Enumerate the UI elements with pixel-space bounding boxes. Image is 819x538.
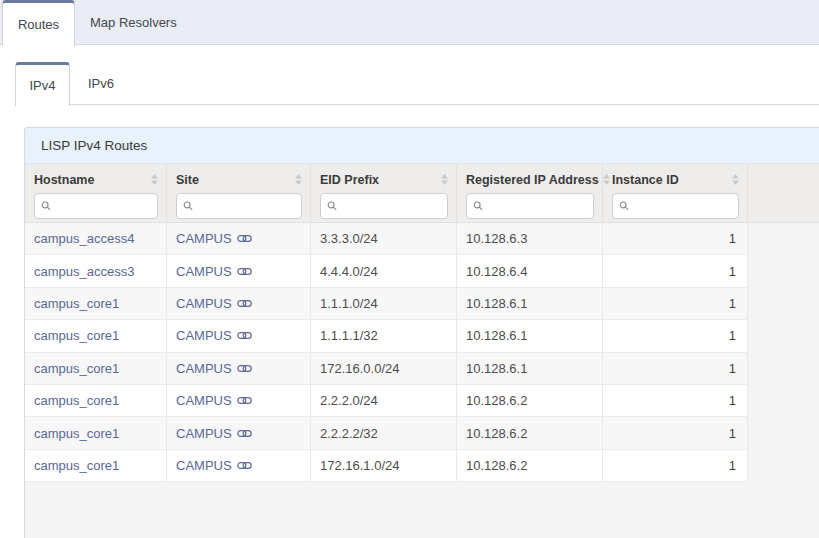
hostname-filter [34,193,158,219]
site-filter [176,193,302,219]
tab-ipv6-label: IPv6 [88,76,114,91]
link-icon [237,461,252,470]
link-icon [237,331,252,340]
instance-id-cell: 1 [603,385,748,416]
eid-prefix-cell: 2.2.2.0/24 [311,385,457,416]
registered-ip-cell: 10.128.6.1 [457,288,603,319]
eid-prefix-cell: 3.3.3.0/24 [311,223,457,254]
registered-ip-filter [466,193,594,219]
eid-prefix-cell: 4.4.4.0/24 [311,255,457,286]
table-row: campus_core1 CAMPUS 1.1.1.1/32 10.128.6.… [25,320,748,352]
routes-table-body: campus_access4 CAMPUS 3.3.3.0/24 10.128.… [25,223,748,482]
instance-id-filter-input[interactable] [634,199,732,213]
column-label-site[interactable]: Site [176,173,199,187]
sort-icon[interactable] [295,174,302,185]
eid-prefix-cell: 172.16.0.0/24 [311,353,457,384]
column-label-eid-prefix[interactable]: EID Prefix [320,173,379,187]
tab-map-resolvers[interactable]: Map Resolvers [90,0,177,45]
link-icon [237,364,252,373]
instance-id-cell: 1 [603,450,748,481]
search-icon [619,200,629,212]
table-header-spacer [748,164,819,222]
panel-header: LISP IPv4 Routes [25,128,819,164]
eid-prefix-cell: 172.16.1.0/24 [311,450,457,481]
column-header-site: Site [167,164,311,222]
lisp-ipv4-routes-panel: LISP IPv4 Routes Hostname Site [24,127,819,538]
hostname-link[interactable]: campus_core1 [34,458,119,473]
instance-id-cell: 1 [603,417,748,448]
search-icon [327,200,337,212]
table-row: campus_core1 CAMPUS 2.2.2.2/32 10.128.6.… [25,417,748,449]
registered-ip-cell: 10.128.6.3 [457,223,603,254]
eid-prefix-cell: 2.2.2.2/32 [311,417,457,448]
tab-routes-label: Routes [18,17,59,32]
site-link[interactable]: CAMPUS [176,458,252,473]
table-row: campus_access3 CAMPUS 4.4.4.0/24 10.128.… [25,255,748,287]
link-icon [237,234,252,243]
site-link[interactable]: CAMPUS [176,328,252,343]
sort-icon[interactable] [151,174,158,185]
site-link[interactable]: CAMPUS [176,361,252,376]
registered-ip-cell: 10.128.6.2 [457,417,603,448]
registered-ip-cell: 10.128.6.1 [457,353,603,384]
secondary-tab-bar: IPv4 IPv6 [15,62,819,105]
registered-ip-cell: 10.128.6.1 [457,320,603,351]
instance-id-cell: 1 [603,353,748,384]
hostname-link[interactable]: campus_core1 [34,426,119,441]
hostname-link[interactable]: campus_core1 [34,296,119,311]
registered-ip-filter-input[interactable] [488,199,587,213]
instance-id-filter [612,193,739,219]
search-icon [41,200,51,212]
instance-id-cell: 1 [603,255,748,286]
eid-prefix-cell: 1.1.1.0/24 [311,288,457,319]
hostname-link[interactable]: campus_core1 [34,328,119,343]
site-link[interactable]: CAMPUS [176,264,252,279]
registered-ip-cell: 10.128.6.2 [457,450,603,481]
tab-ipv6[interactable]: IPv6 [88,62,114,105]
tab-ipv4[interactable]: IPv4 [15,62,70,106]
column-header-eid-prefix: EID Prefix [311,164,457,222]
column-label-registered-ip[interactable]: Registered IP Address [466,173,599,187]
column-header-registered-ip: Registered IP Address [457,164,603,222]
column-header-instance-id: Instance ID [603,164,748,222]
hostname-filter-input[interactable] [56,199,151,213]
link-icon [237,299,252,308]
site-link[interactable]: CAMPUS [176,393,252,408]
site-filter-input[interactable] [198,199,295,213]
tab-map-resolvers-label: Map Resolvers [90,15,177,30]
table-header-row: Hostname Site EID Prefix [25,164,819,223]
site-link[interactable]: CAMPUS [176,231,252,246]
eid-prefix-filter [320,193,448,219]
eid-prefix-cell: 1.1.1.1/32 [311,320,457,351]
hostname-link[interactable]: campus_access4 [34,231,134,246]
tab-routes[interactable]: Routes [2,0,75,46]
table-row: campus_core1 CAMPUS 172.16.0.0/24 10.128… [25,353,748,385]
tab-ipv4-label: IPv4 [29,78,55,93]
column-label-instance-id[interactable]: Instance ID [612,173,679,187]
site-link[interactable]: CAMPUS [176,296,252,311]
panel-title: LISP IPv4 Routes [41,138,147,153]
table-row: campus_core1 CAMPUS 2.2.2.0/24 10.128.6.… [25,385,748,417]
search-icon [473,200,483,212]
registered-ip-cell: 10.128.6.4 [457,255,603,286]
link-icon [237,396,252,405]
table-row: campus_core1 CAMPUS 1.1.1.0/24 10.128.6.… [25,288,748,320]
hostname-link[interactable]: campus_core1 [34,361,119,376]
hostname-link[interactable]: campus_core1 [34,393,119,408]
sort-icon[interactable] [732,174,739,185]
sort-icon[interactable] [441,174,448,185]
registered-ip-cell: 10.128.6.2 [457,385,603,416]
primary-tab-bar: Routes Map Resolvers [0,0,819,45]
search-icon [183,200,193,212]
column-label-hostname[interactable]: Hostname [34,173,94,187]
instance-id-cell: 1 [603,288,748,319]
column-header-hostname: Hostname [25,164,167,222]
eid-prefix-filter-input[interactable] [342,199,441,213]
instance-id-cell: 1 [603,320,748,351]
instance-id-cell: 1 [603,223,748,254]
link-icon [237,267,252,276]
site-link[interactable]: CAMPUS [176,426,252,441]
table-row: campus_core1 CAMPUS 172.16.1.0/24 10.128… [25,450,748,482]
hostname-link[interactable]: campus_access3 [34,264,134,279]
link-icon [237,429,252,438]
